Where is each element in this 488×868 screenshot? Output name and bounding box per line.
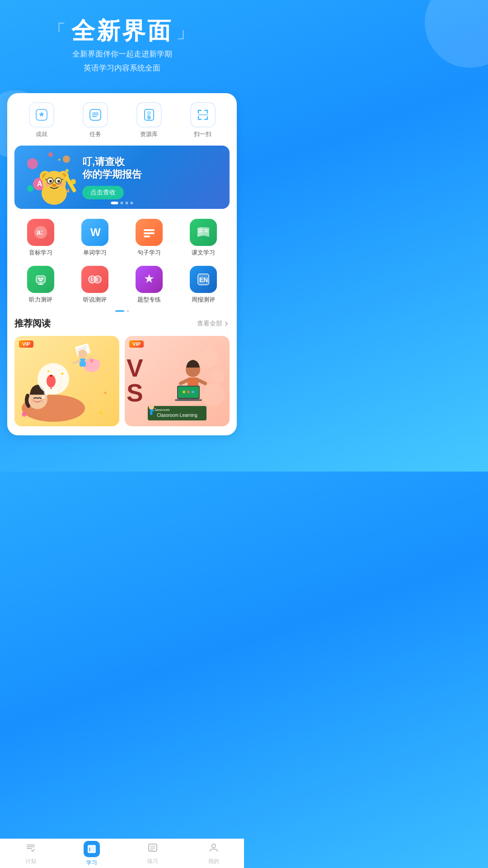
quick-icon-resources[interactable]: 资源库 bbox=[136, 102, 162, 138]
reading-card-2[interactable]: VIP V S bbox=[125, 336, 230, 426]
grid-dot-active bbox=[115, 310, 124, 312]
svg-point-76 bbox=[47, 375, 56, 387]
svg-rect-40 bbox=[144, 229, 155, 231]
banner-dot-2 bbox=[121, 202, 123, 204]
banner-mascot: A ★ ✦ bbox=[23, 150, 78, 204]
phonetics-label: 音标学习 bbox=[29, 249, 52, 257]
weekly-test-label: 周报测评 bbox=[192, 296, 215, 304]
svg-text:W: W bbox=[90, 226, 101, 238]
svg-rect-77 bbox=[50, 375, 52, 377]
svg-text:✦: ✦ bbox=[60, 371, 65, 377]
grid-dot-2 bbox=[127, 310, 129, 312]
grid-pagination bbox=[14, 310, 230, 312]
svg-rect-42 bbox=[144, 236, 150, 237]
svg-text:V: V bbox=[127, 354, 143, 382]
banner-dot-4 bbox=[131, 202, 133, 204]
reading-cards: VIP bbox=[14, 336, 230, 426]
quick-icon-scan[interactable]: 扫一扫 bbox=[190, 102, 216, 138]
svg-point-99 bbox=[192, 391, 194, 393]
svg-point-103 bbox=[149, 404, 154, 410]
banner-text: 叮,请查收 你的学期报告 点击查收 bbox=[78, 156, 221, 199]
svg-point-9 bbox=[63, 156, 70, 163]
svg-point-65 bbox=[78, 349, 87, 359]
svg-rect-96 bbox=[175, 399, 202, 401]
banner[interactable]: A ★ ✦ bbox=[14, 146, 230, 209]
chevron-right-icon bbox=[223, 321, 230, 327]
svg-point-75 bbox=[42, 395, 45, 399]
app-grid: a: 音标学习 W 单词学习 句子学习 bbox=[14, 216, 230, 307]
words-icon: W bbox=[81, 219, 108, 246]
svg-point-49 bbox=[38, 278, 40, 279]
svg-point-87 bbox=[202, 383, 225, 406]
svg-line-45 bbox=[205, 230, 208, 230]
svg-text:EN: EN bbox=[199, 276, 208, 283]
app-textbook[interactable]: 课文学习 bbox=[177, 216, 230, 259]
weekly-test-icon: EN bbox=[190, 266, 217, 293]
app-weekly-test[interactable]: EN 周报测评 bbox=[177, 263, 230, 307]
banner-dot-1 bbox=[111, 202, 118, 204]
resources-icon bbox=[136, 102, 162, 127]
banner-dot-3 bbox=[126, 202, 128, 204]
question-drill-icon bbox=[136, 266, 163, 293]
svg-text:✦: ✦ bbox=[57, 157, 61, 162]
svg-point-98 bbox=[187, 391, 190, 393]
bracket-right: 」 bbox=[176, 21, 196, 41]
app-listening-eval[interactable]: 听力测评 bbox=[14, 263, 67, 307]
words-label: 单词学习 bbox=[83, 249, 107, 257]
svg-text:✦: ✦ bbox=[99, 409, 104, 416]
question-drill-label: 题型专练 bbox=[137, 296, 161, 304]
header-subtitle: 全新界面伴你一起走进新学期 英语学习内容系统全面 bbox=[14, 47, 230, 75]
svg-point-64 bbox=[90, 359, 94, 363]
listening-eval-label: 听力测评 bbox=[29, 296, 52, 304]
app-phonetics[interactable]: a: 音标学习 bbox=[14, 216, 67, 259]
svg-point-22 bbox=[42, 171, 66, 194]
scan-icon bbox=[190, 102, 216, 127]
banner-dots bbox=[111, 202, 133, 204]
svg-point-50 bbox=[42, 278, 43, 279]
svg-point-97 bbox=[183, 391, 185, 393]
sentences-icon bbox=[136, 219, 163, 246]
svg-line-46 bbox=[205, 231, 208, 232]
header-title: 「 全新界面 」 bbox=[14, 18, 230, 44]
svg-point-29 bbox=[52, 184, 56, 187]
listening-eval-icon bbox=[27, 266, 54, 293]
svg-text:✦: ✦ bbox=[103, 390, 108, 396]
reading-card-1[interactable]: VIP bbox=[14, 336, 119, 426]
resources-label: 资源库 bbox=[140, 130, 158, 138]
svg-rect-66 bbox=[80, 359, 86, 367]
svg-point-12 bbox=[48, 152, 53, 157]
task-icon bbox=[83, 102, 108, 127]
svg-text:✦: ✦ bbox=[47, 369, 50, 374]
app-question-drill[interactable]: 题型专练 bbox=[123, 263, 175, 307]
reading-section-header: 推荐阅读 查看全部 bbox=[14, 317, 230, 330]
svg-point-63 bbox=[93, 359, 100, 367]
banner-title: 叮,请查收 你的学期报告 bbox=[82, 156, 221, 181]
task-label: 任务 bbox=[89, 130, 101, 138]
see-all-button[interactable]: 查看全部 bbox=[197, 320, 230, 328]
svg-line-43 bbox=[199, 230, 202, 230]
svg-text:a:: a: bbox=[37, 228, 43, 236]
sentences-label: 句子学习 bbox=[137, 249, 161, 257]
svg-point-71 bbox=[32, 399, 35, 402]
bracket-left: 「 bbox=[48, 21, 68, 41]
svg-point-26 bbox=[57, 180, 60, 183]
svg-point-85 bbox=[200, 349, 218, 368]
app-words[interactable]: W 单词学习 bbox=[69, 216, 121, 259]
svg-point-8 bbox=[27, 158, 38, 169]
svg-text:A: A bbox=[37, 180, 42, 188]
app-sentences[interactable]: 句子学习 bbox=[123, 216, 175, 259]
speaking-eval-label: 听说测评 bbox=[83, 296, 107, 304]
phonetics-icon: a: bbox=[27, 219, 54, 246]
svg-text:✸: ✸ bbox=[21, 410, 28, 419]
classroom-label: Classroom Learning bbox=[152, 411, 202, 420]
header-area: 「 全新界面 」 全新界面伴你一起走进新学期 英语学习内容系统全面 bbox=[0, 0, 244, 84]
svg-point-72 bbox=[40, 399, 43, 402]
svg-text:S: S bbox=[127, 379, 143, 407]
svg-point-74 bbox=[44, 390, 49, 396]
banner-button[interactable]: 点击查收 bbox=[82, 186, 124, 199]
quick-icon-task[interactable]: 任务 bbox=[83, 102, 108, 138]
svg-point-86 bbox=[211, 370, 225, 383]
app-speaking-eval[interactable]: 听说测评 bbox=[69, 263, 121, 307]
svg-line-44 bbox=[199, 231, 202, 232]
svg-point-25 bbox=[49, 180, 52, 183]
